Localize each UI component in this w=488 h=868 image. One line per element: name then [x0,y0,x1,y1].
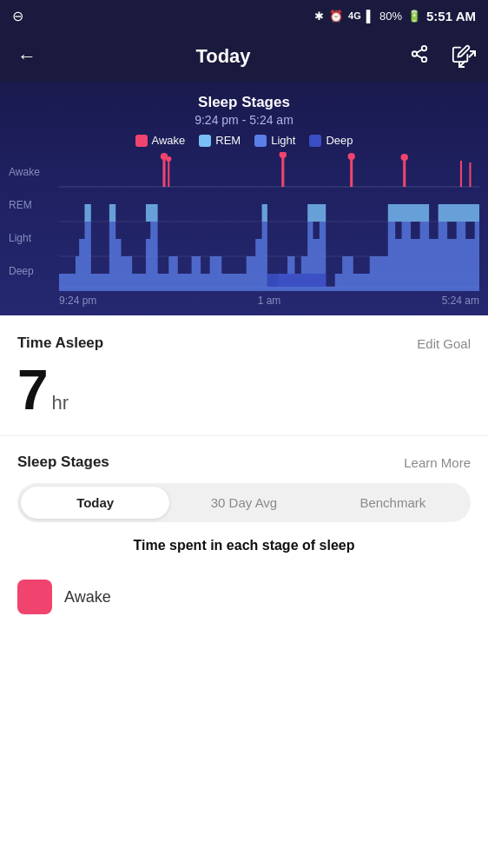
legend-deep-label: Deep [326,134,353,147]
battery-icon: 🔋 [407,10,421,23]
y-label-awake: Awake [9,166,54,178]
svg-point-16 [280,152,287,158]
share-button[interactable] [406,41,432,72]
clock: 5:51 AM [426,9,476,23]
chart-header: Sleep Stages 9:24 pm - 5:24 am [0,94,488,127]
legend-light-label: Light [271,134,295,147]
edit-goal-button[interactable]: Edit Goal [417,336,471,351]
x-label-start: 9:24 pm [59,295,96,307]
legend-awake-label: Awake [152,134,186,147]
svg-point-14 [166,156,171,162]
chart-title: Sleep Stages [0,94,488,111]
legend-awake: Awake [135,134,186,147]
time-asleep-header: Time Asleep Edit Goal [17,315,471,355]
rem-color [199,135,211,147]
y-label-deep: Deep [9,265,54,277]
svg-line-6 [459,61,465,67]
status-left-icon: ⊖ [12,8,23,24]
y-label-light: Light [9,232,54,244]
battery-text: 80% [379,10,402,23]
chart-svg-area [59,152,479,291]
time-asleep-number: 7 [17,362,49,418]
tab-benchmark[interactable]: Benchmark [319,487,467,519]
back-button[interactable]: ← [14,42,40,71]
awake-stage-color [17,580,52,614]
share-icon [410,46,429,68]
chart-y-labels: Awake REM Light Deep [9,152,54,291]
main-content: Time Asleep Edit Goal 7 hr Sleep Stages … [0,315,488,623]
expand-icon [457,52,478,74]
legend-light: Light [254,134,295,147]
learn-more-button[interactable]: Learn More [404,455,471,470]
chart-time-range: 9:24 pm - 5:24 am [0,113,488,127]
header: ← Today [0,31,488,82]
status-right-icons: ✱ ⏰ 4G ▌ 80% 🔋 5:51 AM [314,9,476,23]
deep-color [309,135,321,147]
signal-icon: ▌ [366,10,374,23]
time-asleep-label: Time Asleep [17,335,103,352]
legend-rem: REM [199,134,241,147]
sleep-chart-section: Sleep Stages 9:24 pm - 5:24 am Awake REM… [0,82,488,315]
back-icon: ← [17,45,36,67]
stage-description: Time spent in each stage of sleep [17,538,471,553]
tab-30-day-avg[interactable]: 30 Day Avg [169,487,318,519]
svg-line-4 [417,50,422,53]
lte-icon: 4G [348,10,361,21]
status-bar: ⊖ ✱ ⏰ 4G ▌ 80% 🔋 5:51 AM [0,0,488,31]
expand-button[interactable] [457,49,478,75]
awake-color [135,135,148,147]
svg-line-3 [417,55,422,58]
light-color [254,135,267,147]
page-title: Today [195,45,250,68]
time-asleep-unit: hr [52,392,69,414]
y-label-rem: REM [9,199,54,211]
x-label-mid: 1 am [258,295,281,307]
x-label-end: 5:24 am [442,295,479,307]
chart-x-labels: 9:24 pm 1 am 5:24 am [0,291,488,315]
awake-stage-label: Awake [64,588,111,606]
alarm-icon: ⏰ [329,10,343,23]
legend-deep: Deep [309,134,353,147]
chart-area: Awake REM Light Deep [0,152,488,291]
legend-rem-label: REM [215,134,241,147]
sleep-stages-tabs: Today 30 Day Avg Benchmark [17,483,471,522]
svg-point-18 [347,153,354,160]
sleep-stages-header: Sleep Stages Learn More [17,436,471,483]
sleep-chart-svg [59,152,479,291]
stage-row-awake: Awake [17,571,471,623]
chart-legend: Awake REM Light Deep [0,134,488,147]
tab-today[interactable]: Today [21,487,169,519]
time-asleep-value: 7 hr [17,355,471,435]
svg-line-5 [469,51,475,57]
svg-point-20 [401,154,408,161]
bluetooth-icon: ✱ [314,10,324,23]
sleep-stages-label: Sleep Stages [17,454,109,471]
